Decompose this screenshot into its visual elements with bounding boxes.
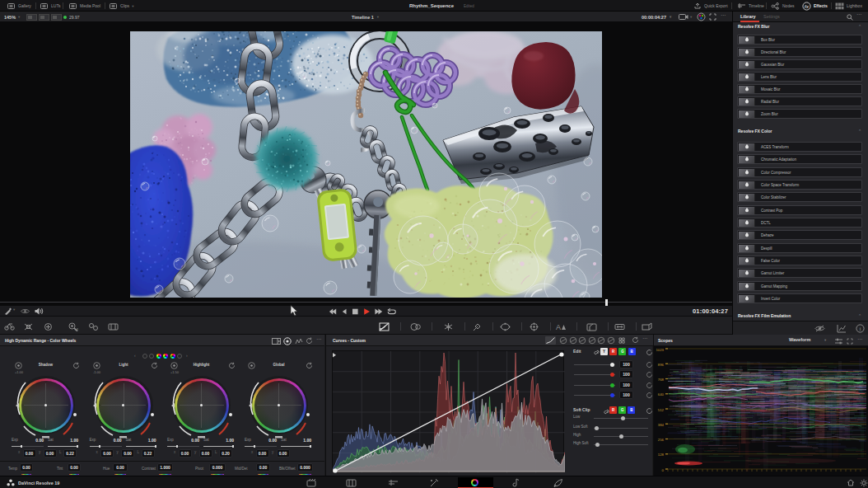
svg-text:384: 384 [658,423,665,427]
svg-text:256: 256 [658,438,665,442]
svg-text:768: 768 [658,378,665,382]
svg-text:896: 896 [658,363,665,367]
svg-text:fx: fx [805,3,810,8]
svg-text:HDR: HDR [75,327,78,331]
svg-text:0: 0 [662,468,665,472]
svg-text:640: 640 [658,392,665,396]
svg-text:128: 128 [658,453,665,457]
svg-text:1023: 1023 [656,348,664,352]
svg-text:i: i [860,326,861,332]
svg-text:512: 512 [658,408,665,412]
svg-text:A: A [556,323,561,331]
